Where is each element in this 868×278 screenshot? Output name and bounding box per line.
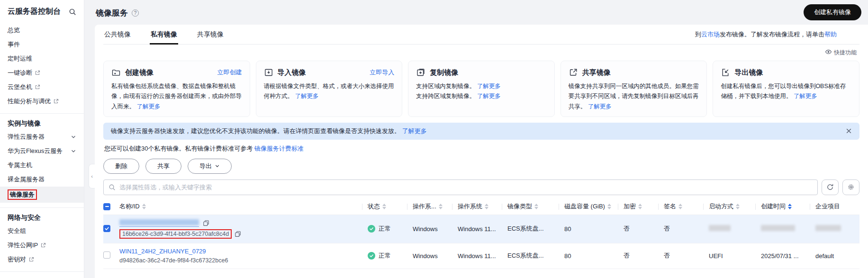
sidebar-item-bare-metal[interactable]: 裸金属服务器 [8,172,76,187]
divider [0,271,84,272]
refresh-button[interactable] [822,179,839,195]
select-all-checkbox[interactable] [103,203,110,210]
col-boot-mode[interactable]: 启动方式 [703,199,755,215]
learn-more-link[interactable]: 了解更多 [588,103,612,110]
pricing-link[interactable]: 镜像服务计费标准 [254,145,304,152]
close-icon[interactable] [846,128,852,134]
sidebar-item-security-group[interactable]: 安全组 [8,224,76,238]
import-now-link[interactable]: 立即导入 [370,68,394,77]
image-type: ECS系统盘... [502,251,559,260]
signed: 否 [658,224,703,233]
learn-more-link[interactable]: 了解更多 [477,83,501,90]
chevron-down-icon [215,163,220,169]
row-checkbox[interactable] [103,251,110,259]
search-box[interactable] [103,179,818,195]
delete-button[interactable]: 删除 [103,159,139,174]
help-link[interactable]: 帮助 [824,31,837,38]
sidebar-item-one-click-diagnosis[interactable]: 一键诊断 [8,66,76,80]
learn-more-link[interactable]: 了解更多 [794,93,817,99]
marketplace-link[interactable]: 云市场 [701,31,720,38]
search-icon[interactable] [69,8,76,16]
created-time: 2025/07/31 ... [755,252,810,260]
row-checkbox-checked[interactable] [103,225,110,232]
sort-icon[interactable] [382,204,386,209]
col-status[interactable]: 状态 [362,199,407,215]
sort-icon[interactable] [638,204,642,209]
sidebar-item-dedicated-host[interactable]: 专属主机 [8,158,76,172]
sort-icon[interactable] [485,204,488,209]
copy-image-icon [416,68,425,77]
create-now-link[interactable]: 立即创建 [217,68,242,77]
status-text: 正常 [379,251,391,260]
sidebar-item-perf-analysis[interactable]: 性能分析与调优 [8,94,76,108]
sort-icon[interactable] [142,204,146,209]
search-input[interactable] [119,184,813,191]
create-private-image-button[interactable]: 创建私有镜像 [804,4,861,20]
learn-more-link[interactable]: 了解更多 [477,93,501,99]
sidebar-item-eip[interactable]: 弹性公网IP [8,238,76,252]
check-icon [104,226,109,231]
sort-icon[interactable] [736,204,740,209]
image-id-annotated: 16b6ce26-c3d9-4f14-bbf3-5c270afc8c4d [119,229,232,239]
tab-private-images[interactable]: 私有镜像 [150,25,178,44]
disk-capacity: 80 [564,225,587,233]
chevron-down-icon [71,134,76,140]
image-id: d94826ac-36c2-47de-9f84-f3c67322bce6 [119,257,228,264]
learn-more-link[interactable]: 了解更多 [402,127,427,135]
col-encrypted[interactable]: 加密 [618,199,658,215]
redacted-image-name[interactable] [119,219,199,227]
sidebar-item-ecs[interactable]: 弹性云服务器 [8,130,76,144]
col-disk-capacity[interactable]: 磁盘容量 (GiB) [559,199,618,215]
share-image-icon [569,68,578,77]
main-area: 镜像服务? 创建私有镜像 公共镜像 私有镜像 共享镜像 到云市场发布镜像。了解发… [84,0,868,278]
export-dropdown-button[interactable]: 导出 [188,159,232,174]
tab-shared-images[interactable]: 共享镜像 [196,25,225,44]
redacted-value [761,225,795,231]
quick-features-toggle[interactable]: 快捷功能 [103,45,859,58]
content-panel: 公共镜像 私有镜像 共享镜像 到云市场发布镜像。了解发布镜像流程，请单击帮助 快… [95,25,868,278]
sort-icon[interactable] [439,204,443,209]
divider [0,207,84,208]
feature-cards: 创建镜像 立即创建 私有镜像包括系统盘镜像、数据盘镜像和整机镜像，由现有运行的云… [103,61,859,117]
tab-public-images[interactable]: 公共镜像 [103,25,132,44]
share-button[interactable]: 共享 [145,159,181,174]
col-os-truncated[interactable]: 操作系... [407,199,452,215]
col-os[interactable]: 操作系统 [452,199,502,215]
sidebar-item-flexus[interactable]: 华为云Flexus云服务 [8,144,76,158]
image-name-link[interactable]: WIN11_24H2_ZHUANYE_0729 [119,248,206,255]
copy-icon[interactable] [203,220,209,226]
sidebar-item-scheduled-ops[interactable]: 定时运维 [8,52,76,66]
sort-icon-active[interactable] [788,204,792,209]
col-image-type[interactable]: 镜像类型 [502,199,559,215]
col-created-time[interactable]: 创建时间 [755,199,810,215]
image-type: ECS系统盘... [502,224,559,233]
col-name-id[interactable]: 名称/ID [119,199,362,215]
refresh-icon [826,183,834,191]
sidebar-section-network-security: 网络与安全 [8,214,76,222]
table-settings-button[interactable] [842,179,859,195]
os-platform: Windows [407,252,452,260]
learn-more-link[interactable]: 了解更多 [295,93,319,99]
sort-icon[interactable] [534,204,538,209]
table-row[interactable]: WIN11_24H2_ZHUANYE_0729 d94826ac-36c2-47… [103,243,859,269]
col-signed[interactable]: 签名 [658,199,703,215]
encrypted: 否 [618,224,658,233]
sidebar-item-overview[interactable]: 总览 [8,23,76,37]
sidebar-item-cloud-bastion[interactable]: 云堡垒机 [8,80,76,94]
table-row[interactable]: 16b6ce26-c3d9-4f14-bbf3-5c270afc8c4d 正常 … [103,215,859,243]
col-enterprise-project[interactable]: 企业项目 [810,199,859,215]
sort-icon[interactable] [607,204,611,209]
disk-capacity: 80 [564,252,587,260]
external-link-icon [35,84,40,90]
help-icon[interactable]: ? [132,9,139,17]
copy-icon[interactable] [235,231,241,237]
sidebar-item-image-service[interactable]: 镜像服务 [0,187,84,203]
export-image-icon [721,68,730,77]
enterprise-project: default [810,252,859,260]
sidebar-item-keypair[interactable]: 密钥对 [8,252,76,267]
sidebar-collapse-handle[interactable]: ‹ [89,164,95,188]
learn-more-link[interactable]: 了解更多 [136,103,160,110]
redacted-value [815,225,841,231]
sidebar-item-events[interactable]: 事件 [8,37,76,52]
sort-icon[interactable] [678,204,682,209]
